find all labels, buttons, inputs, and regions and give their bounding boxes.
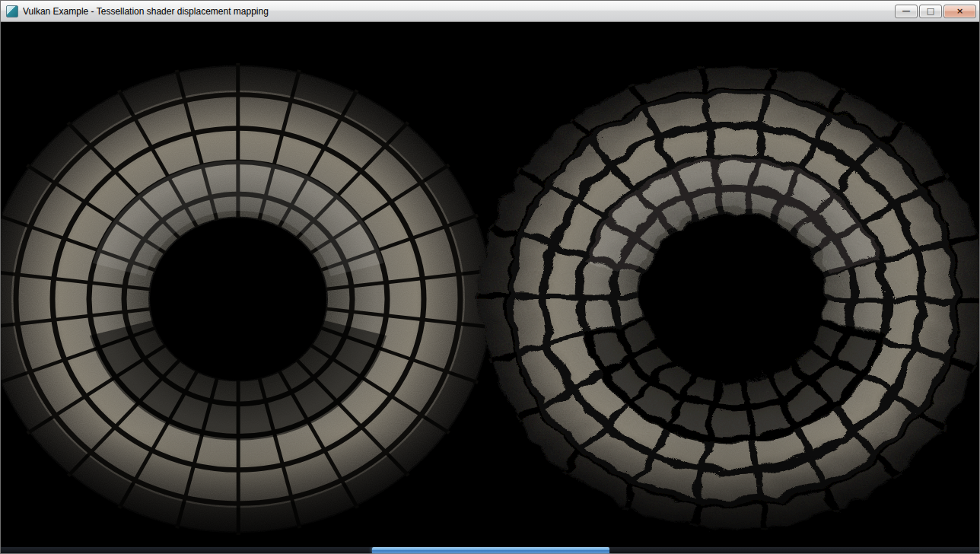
close-button[interactable]: ×	[943, 5, 976, 18]
minimize-button[interactable]: —	[895, 5, 918, 18]
render-viewport[interactable]	[1, 22, 979, 547]
app-icon	[6, 5, 18, 18]
minimize-icon: —	[902, 7, 911, 15]
maximize-icon: □	[927, 7, 934, 15]
app-window: Vulkan Example - Tessellation shader dis…	[0, 0, 980, 554]
maximize-button[interactable]: □	[919, 5, 942, 18]
taskbar-left	[1, 547, 372, 553]
close-icon: ×	[956, 7, 963, 15]
scene-vignette	[1, 22, 979, 547]
taskbar-strip	[1, 547, 979, 553]
window-controls: — □ ×	[895, 5, 976, 18]
titlebar[interactable]: Vulkan Example - Tessellation shader dis…	[1, 1, 979, 22]
taskbar-right	[609, 547, 979, 553]
taskbar-active-button[interactable]	[372, 547, 609, 553]
window-title: Vulkan Example - Tessellation shader dis…	[23, 6, 889, 17]
torus-render	[1, 22, 979, 547]
